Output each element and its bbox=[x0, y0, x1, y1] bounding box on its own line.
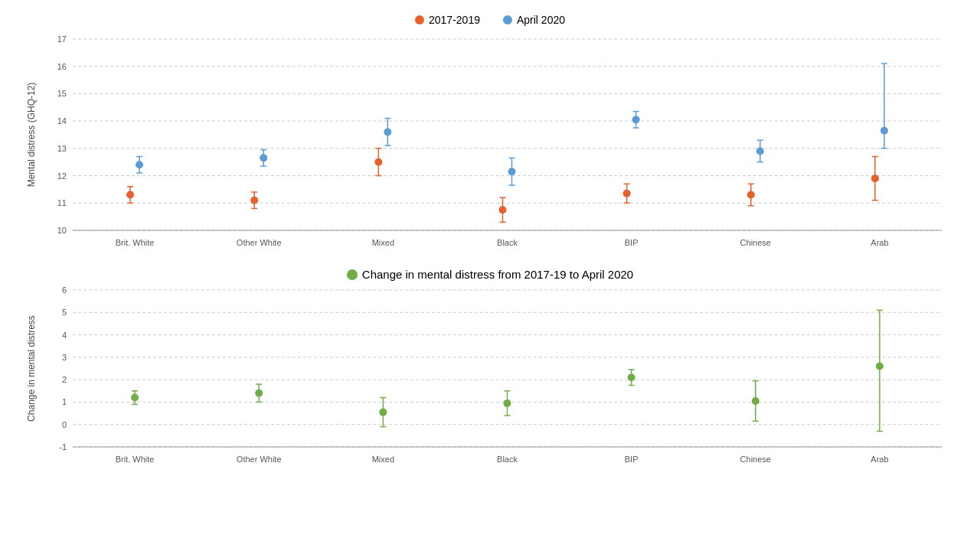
legend-dot-2017 bbox=[415, 15, 424, 24]
svg-text:Chinese: Chinese bbox=[740, 238, 771, 247]
legend-dot-change bbox=[347, 269, 358, 280]
svg-text:17: 17 bbox=[57, 34, 67, 44]
svg-text:5: 5 bbox=[62, 308, 67, 317]
svg-text:BIP: BIP bbox=[625, 455, 639, 464]
svg-point-40 bbox=[260, 154, 267, 161]
chart-container: 2017-2019 April 2020 1011121314151617Bri… bbox=[15, 8, 965, 481]
svg-text:16: 16 bbox=[57, 62, 67, 71]
svg-text:2: 2 bbox=[62, 375, 67, 384]
svg-point-60 bbox=[623, 190, 631, 197]
svg-text:13: 13 bbox=[57, 144, 67, 153]
svg-text:Chinese: Chinese bbox=[740, 455, 771, 464]
svg-text:Arab: Arab bbox=[871, 238, 888, 247]
svg-text:Arab: Arab bbox=[871, 455, 888, 464]
svg-text:15: 15 bbox=[57, 89, 67, 98]
svg-point-36 bbox=[250, 197, 258, 204]
svg-text:12: 12 bbox=[57, 171, 67, 181]
svg-point-125 bbox=[628, 373, 635, 381]
svg-text:Black: Black bbox=[497, 238, 518, 247]
svg-text:Brit. White: Brit. White bbox=[116, 238, 155, 247]
svg-text:0: 0 bbox=[62, 420, 67, 429]
svg-point-52 bbox=[499, 206, 507, 214]
svg-point-121 bbox=[504, 399, 511, 407]
legend-item-change: Change in mental distress from 2017-19 t… bbox=[347, 268, 633, 281]
svg-point-68 bbox=[747, 191, 755, 199]
svg-point-72 bbox=[756, 147, 764, 155]
chart1-wrapper: 1011121314151617Brit. WhiteOther WhiteMi… bbox=[15, 28, 965, 265]
svg-text:Change in mental distress: Change in mental distress bbox=[26, 315, 37, 422]
svg-text:6: 6 bbox=[62, 285, 67, 295]
svg-text:Mixed: Mixed bbox=[372, 238, 394, 247]
svg-point-113 bbox=[255, 390, 263, 397]
svg-text:-1: -1 bbox=[59, 442, 67, 452]
svg-point-117 bbox=[379, 409, 387, 416]
svg-point-64 bbox=[632, 116, 640, 123]
svg-text:BIP: BIP bbox=[625, 238, 639, 247]
svg-point-44 bbox=[374, 158, 382, 166]
svg-point-76 bbox=[871, 174, 879, 182]
chart1-svg: 1011121314151617Brit. WhiteOther WhiteMi… bbox=[15, 28, 965, 265]
svg-text:4: 4 bbox=[62, 331, 67, 340]
svg-text:Mental distress (GHQ-12): Mental distress (GHQ-12) bbox=[26, 83, 37, 187]
svg-text:Other White: Other White bbox=[237, 238, 282, 247]
svg-point-80 bbox=[880, 127, 888, 135]
svg-text:Mixed: Mixed bbox=[372, 455, 394, 464]
svg-text:Brit. White: Brit. White bbox=[116, 455, 155, 464]
legend-dot-apr2020 bbox=[503, 15, 512, 24]
legend-item-2017: 2017-2019 bbox=[415, 14, 480, 26]
legend-label-apr2020: April 2020 bbox=[517, 14, 565, 26]
svg-text:Other White: Other White bbox=[237, 455, 282, 464]
svg-point-32 bbox=[136, 161, 143, 168]
chart2-svg: -10123456Brit. WhiteOther WhiteMixedBlac… bbox=[15, 282, 965, 481]
svg-text:10: 10 bbox=[57, 226, 67, 235]
svg-point-28 bbox=[126, 191, 134, 199]
svg-text:3: 3 bbox=[62, 353, 67, 362]
svg-point-133 bbox=[876, 363, 884, 370]
svg-text:Black: Black bbox=[497, 455, 518, 464]
legend-label-2017: 2017-2019 bbox=[429, 14, 480, 26]
chart1-legend: 2017-2019 April 2020 bbox=[15, 14, 965, 26]
svg-point-109 bbox=[131, 394, 139, 402]
svg-point-129 bbox=[752, 397, 760, 405]
svg-text:14: 14 bbox=[57, 116, 67, 126]
chart2-wrapper: -10123456Brit. WhiteOther WhiteMixedBlac… bbox=[15, 282, 965, 481]
svg-text:1: 1 bbox=[62, 397, 67, 406]
legend-label-change: Change in mental distress from 2017-19 t… bbox=[362, 268, 633, 281]
chart2-legend: Change in mental distress from 2017-19 t… bbox=[15, 268, 965, 281]
svg-point-56 bbox=[508, 168, 516, 175]
svg-text:11: 11 bbox=[57, 198, 67, 207]
svg-point-48 bbox=[384, 128, 391, 135]
legend-item-apr2020: April 2020 bbox=[503, 14, 565, 26]
